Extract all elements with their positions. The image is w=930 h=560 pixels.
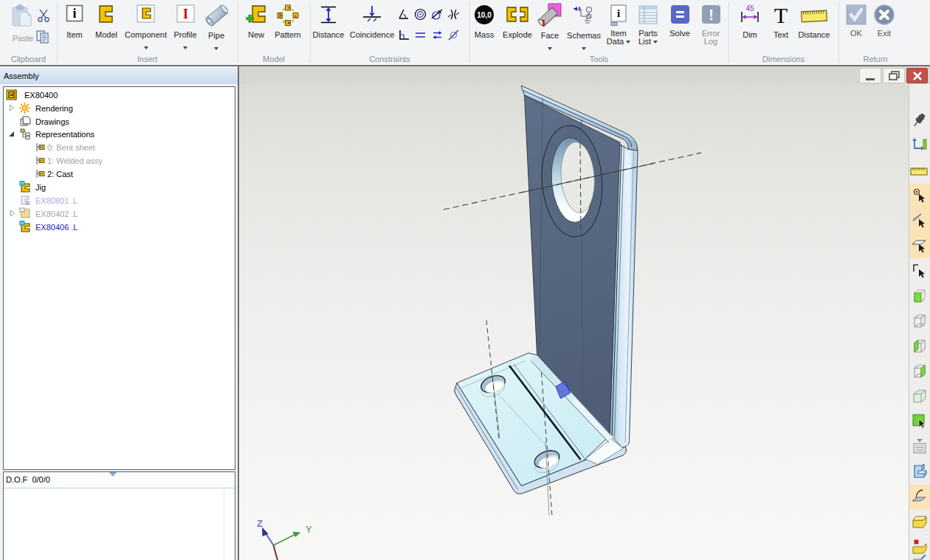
svg-text:T: T [774,4,788,27]
svg-text:Z: Z [257,518,263,529]
svg-text:I: I [182,7,187,21]
svg-text:I: I [542,17,545,28]
svg-text:Y: Y [306,524,312,535]
svg-text:!: ! [709,7,714,23]
svg-text:i: i [617,7,620,19]
svg-text:i: i [72,6,76,21]
svg-text:10,0: 10,0 [477,11,492,19]
svg-text:45: 45 [745,4,754,13]
